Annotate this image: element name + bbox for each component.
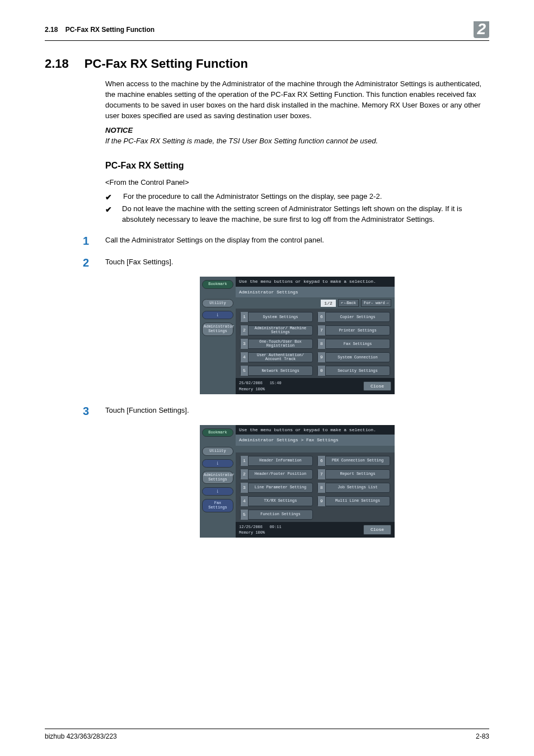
back-icon: ↶	[341, 300, 343, 306]
menu-copier-settings[interactable]: 6Copier Settings	[317, 312, 390, 322]
from-control-panel: <From the Control Panel>	[105, 178, 489, 188]
bookmark-button[interactable]: Bookmark	[202, 280, 233, 289]
page-footer: bizhub 423/363/283/223 2-83	[45, 729, 489, 740]
step-text: Touch [Fax Settings].	[105, 257, 173, 268]
step-text: Touch [Function Settings].	[105, 405, 189, 416]
menu-txrx-settings[interactable]: 4TX/RX Settings	[240, 496, 313, 506]
menu-function-settings[interactable]: 5Function Settings	[240, 510, 313, 520]
step-number: 1	[83, 233, 92, 249]
list-item: ✔ Do not leave the machine with the sett…	[105, 204, 489, 225]
subheading: PC-Fax RX Setting	[105, 159, 489, 172]
step-row: 3 Touch [Function Settings].	[105, 403, 489, 419]
footer-right: 2-83	[476, 732, 489, 740]
utility-button[interactable]: Utility	[202, 447, 233, 456]
menu-one-touch[interactable]: 3One-Touch/User Box Registration	[240, 339, 313, 349]
panel-hint: Use the menu buttons or keypad to make a…	[236, 425, 395, 435]
menu-printer-settings[interactable]: 7Printer Settings	[317, 325, 390, 335]
down-arrow-icon: ↓	[202, 459, 233, 468]
status-text: 12/25/2008 09:11 Memory 100%	[239, 524, 282, 535]
control-panel-screenshot-2: Bookmark Utility ↓ Administrator Setting…	[200, 425, 395, 538]
menu-pbx-connection[interactable]: 6PBX Connection Setting	[317, 456, 390, 466]
intro-paragraph: When access to the machine by the Admini…	[105, 79, 489, 121]
breadcrumb: Administrator Settings > Fax Settings	[236, 435, 395, 446]
check-icon: ✔	[105, 192, 113, 203]
heading-title: PC-Fax RX Setting Function	[85, 57, 248, 71]
page-indicator: 1/2	[321, 300, 335, 307]
close-button[interactable]: Close	[363, 525, 391, 535]
menu-system-settings[interactable]: 1System Settings	[240, 312, 313, 322]
footer-left: bizhub 423/363/283/223	[45, 732, 117, 740]
notice-text: If the PC-Fax RX Setting is made, the TS…	[105, 136, 489, 147]
panel-hint: Use the menu buttons or keypad to make a…	[236, 277, 395, 287]
notice-label: NOTICE	[105, 125, 489, 136]
chapter-badge: 2	[474, 21, 489, 38]
menu-line-param[interactable]: 3Line Parameter Setting	[240, 483, 313, 493]
header-section-title: PC-Fax RX Setting Function	[65, 26, 154, 34]
menu-fax-settings[interactable]: 8Fax Settings	[317, 339, 390, 349]
menu-header-info[interactable]: 1Header Information	[240, 456, 313, 466]
list-item: ✔ For the procedure to call the Administ…	[105, 192, 489, 203]
list-item-text: For the procedure to call the Administra…	[123, 192, 382, 203]
page-header: 2.18 PC-Fax RX Setting Function 2	[45, 21, 489, 41]
header-section-num: 2.18	[45, 26, 58, 34]
forward-button[interactable]: For- ward→	[361, 299, 391, 307]
menu-user-auth[interactable]: 4User Authentication/ Account Track	[240, 352, 313, 362]
breadcrumb: Administrator Settings	[236, 287, 395, 298]
forward-arrow-icon: →	[386, 300, 388, 306]
bookmark-button[interactable]: Bookmark	[202, 428, 233, 437]
control-panel-screenshot-1: Bookmark Utility ↓ Administrator Setting…	[200, 277, 395, 394]
menu-multi-line[interactable]: 9Multi Line Settings	[317, 496, 390, 506]
menu-header-footer[interactable]: 2Header/Footer Position	[240, 469, 313, 479]
menu-admin-machine[interactable]: 2Administrator/ Machine Settings	[240, 325, 313, 335]
down-arrow-icon: ↓	[202, 487, 233, 496]
close-button[interactable]: Close	[363, 381, 391, 391]
menu-security-settings[interactable]: 0Security Settings	[317, 366, 390, 376]
down-arrow-icon: ↓	[202, 311, 233, 319]
menu-network-settings[interactable]: 5Network Settings	[240, 366, 313, 376]
step-number: 3	[83, 403, 92, 419]
admin-settings-nav[interactable]: Administrator Settings	[202, 323, 233, 335]
step-text: Call the Administrator Settings on the d…	[105, 235, 324, 246]
menu-job-settings[interactable]: 8Job Settings List	[317, 483, 390, 493]
step-row: 1 Call the Administrator Settings on the…	[105, 233, 489, 249]
prerequisite-list: ✔ For the procedure to call the Administ…	[105, 192, 489, 225]
menu-report-settings[interactable]: 7Report Settings	[317, 469, 390, 479]
step-number: 2	[83, 255, 92, 271]
back-button[interactable]: ↶←Back	[338, 299, 359, 307]
check-icon: ✔	[105, 204, 112, 225]
fax-settings-nav[interactable]: Fax Settings	[202, 499, 233, 512]
status-text: 25/02/2008 15:40 Memory 100%	[239, 380, 282, 391]
admin-settings-nav[interactable]: Administrator Settings	[202, 471, 233, 484]
step-row: 2 Touch [Fax Settings].	[105, 255, 489, 271]
list-item-text: Do not leave the machine with the settin…	[122, 204, 489, 225]
menu-system-connection[interactable]: 9System Connection	[317, 352, 390, 362]
utility-button[interactable]: Utility	[202, 299, 233, 308]
heading-number: 2.18	[45, 57, 69, 71]
